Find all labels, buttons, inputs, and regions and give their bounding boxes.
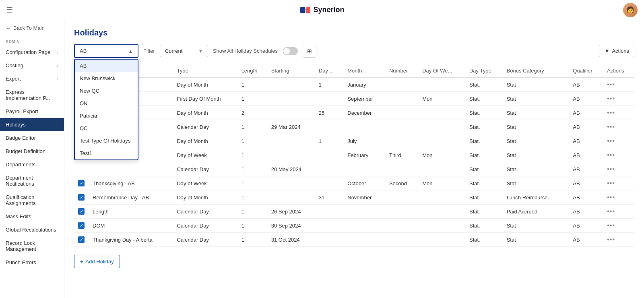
province-option-test-type[interactable]: Test Type Of Holidays xyxy=(75,135,138,147)
row-10-checkbox[interactable]: ✓ xyxy=(78,222,85,229)
row-2-day-of-week xyxy=(418,106,465,120)
row-11-actions[interactable]: ••• xyxy=(603,233,634,247)
province-option-on[interactable]: ON xyxy=(75,97,138,110)
row-9-length: 1 xyxy=(237,205,267,219)
row-0-actions[interactable]: ••• xyxy=(603,77,634,92)
sidebar-item-configuration[interactable]: Configuration Page› xyxy=(0,46,64,59)
hamburger-icon[interactable]: ☰ xyxy=(6,6,13,14)
row-4-actions[interactable]: ••• xyxy=(603,134,634,148)
sidebar-item-payroll-export[interactable]: Payroll Export xyxy=(0,105,64,118)
row-4-three-dots-icon[interactable]: ••• xyxy=(607,137,615,144)
col-header-5: Day ... xyxy=(315,64,343,77)
sidebar-item-budget-definition[interactable]: Budget Definition xyxy=(0,145,64,158)
row-6-day-type: Stat. xyxy=(465,162,503,176)
sidebar-item-dept-notifications[interactable]: Department Notifications xyxy=(0,171,64,190)
sidebar-item-costing[interactable]: Costing› xyxy=(0,59,64,72)
row-3-bonus-category: Stat xyxy=(503,120,569,134)
row-8-actions[interactable]: ••• xyxy=(603,190,634,205)
row-10-three-dots-icon[interactable]: ••• xyxy=(607,222,615,229)
province-option-new-qc[interactable]: New QC xyxy=(75,85,138,97)
col-header-2: Type xyxy=(173,64,237,77)
row-11-checkbox[interactable]: ✓ xyxy=(78,236,85,243)
row-7-checkbox[interactable]: ✓ xyxy=(78,180,85,186)
actions-button[interactable]: ▼ Actions xyxy=(599,45,634,57)
sidebar-item-wrapper-punch-errors: Punch Errors xyxy=(0,256,64,269)
row-0-three-dots-icon[interactable]: ••• xyxy=(607,81,615,88)
avatar[interactable]: 🧑 xyxy=(623,3,638,17)
row-1-actions[interactable]: ••• xyxy=(603,92,634,106)
province-option-test1[interactable]: Test1 xyxy=(75,147,138,159)
logo-text: Synerion xyxy=(313,6,344,14)
top-header: ☰ Synerion 🧑 xyxy=(0,0,644,20)
sidebar-label-express: Express Implementation P... xyxy=(6,89,58,101)
row-5-actions[interactable]: ••• xyxy=(603,148,634,162)
row-2-three-dots-icon[interactable]: ••• xyxy=(607,109,615,116)
table-row: ✓Remembrance Day - ABDay of Month131Nove… xyxy=(74,190,634,205)
sidebar-label-badge-editor: Badge Editor xyxy=(6,135,36,141)
table-row: Calendar Day129 Mar 2024Stat.StatAB••• xyxy=(74,120,634,134)
row-6-day-of-week xyxy=(418,162,465,176)
sidebar-item-holidays[interactable]: Holidays xyxy=(0,118,64,131)
row-11-checkbox-cell: ✓ xyxy=(74,233,89,247)
show-all-toggle[interactable] xyxy=(283,47,298,55)
sidebar-item-wrapper-mass-edits: Mass Edits xyxy=(0,210,64,223)
row-11-day xyxy=(315,233,343,247)
row-6-three-dots-icon[interactable]: ••• xyxy=(607,166,615,172)
row-9-three-dots-icon[interactable]: ••• xyxy=(607,208,615,215)
province-dropdown-wrapper: AB ▲ AB New Brunswick New QC ON Patricia… xyxy=(74,44,138,58)
row-7-name: Thanksgiving - AB xyxy=(89,176,173,190)
sidebar-item-punch-errors[interactable]: Punch Errors xyxy=(0,256,64,269)
sidebar-item-wrapper-departments: Departments xyxy=(0,158,64,171)
province-option-qc[interactable]: QC xyxy=(75,122,138,135)
row-0-length: 1 xyxy=(237,77,267,92)
row-1-three-dots-icon[interactable]: ••• xyxy=(607,95,615,102)
row-9-month xyxy=(343,205,385,219)
row-7-day-of-week: Mon xyxy=(418,176,465,190)
sidebar-item-wrapper-holidays: Holidays xyxy=(0,118,64,131)
sidebar-item-mass-edits[interactable]: Mass Edits xyxy=(0,210,64,223)
col-header-9: Day Type xyxy=(465,64,503,77)
row-5-month: February xyxy=(343,148,385,162)
row-7-bonus-category: Stat xyxy=(503,176,569,190)
row-9-checkbox[interactable]: ✓ xyxy=(78,208,85,215)
province-option-patricia[interactable]: Patricia xyxy=(75,110,138,122)
row-3-actions[interactable]: ••• xyxy=(603,120,634,134)
row-3-three-dots-icon[interactable]: ••• xyxy=(607,123,615,130)
row-9-starting: 26 Sep 2024 xyxy=(267,205,315,219)
row-8-day: 31 xyxy=(315,190,343,205)
sidebar-item-global-recalc[interactable]: Global Recalculations xyxy=(0,223,64,236)
col-header-3: Length xyxy=(237,64,267,77)
row-10-number xyxy=(385,219,418,233)
row-7-actions[interactable]: ••• xyxy=(603,176,634,190)
row-7-three-dots-icon[interactable]: ••• xyxy=(607,180,615,186)
sidebar-item-departments[interactable]: Departments xyxy=(0,158,64,171)
table-row: ✓Thankgiving Day - AlbertaCalendar Day13… xyxy=(74,233,634,247)
sidebar-item-record-lock[interactable]: Record Lock Management xyxy=(0,236,64,256)
sidebar-item-badge-editor[interactable]: Badge Editor xyxy=(0,131,64,145)
province-option-new-brunswick[interactable]: New Brunswick xyxy=(75,72,138,85)
row-8-checkbox[interactable]: ✓ xyxy=(78,194,85,201)
row-6-month xyxy=(343,162,385,176)
row-3-day-of-week xyxy=(418,120,465,134)
row-11-three-dots-icon[interactable]: ••• xyxy=(607,236,615,243)
row-5-three-dots-icon[interactable]: ••• xyxy=(607,151,615,158)
row-5-day-of-week: Mon xyxy=(418,148,465,162)
row-5-bonus-category: Stat xyxy=(503,148,569,162)
back-to-main[interactable]: ← Back To Main xyxy=(0,20,64,36)
sidebar-item-express[interactable]: Express Implementation P... xyxy=(0,85,64,105)
sidebar-item-export[interactable]: Export› xyxy=(0,72,64,85)
sidebar-label-mass-edits: Mass Edits xyxy=(6,213,31,219)
row-6-actions[interactable]: ••• xyxy=(603,162,634,176)
grid-view-button[interactable]: ⊞ xyxy=(303,45,316,58)
row-2-actions[interactable]: ••• xyxy=(603,106,634,120)
province-option-ab[interactable]: AB xyxy=(75,60,138,72)
row-9-actions[interactable]: ••• xyxy=(603,205,634,219)
province-dropdown[interactable]: AB ▲ xyxy=(74,44,138,58)
row-9-qualifier: AB xyxy=(569,205,603,219)
filter-current-dropdown[interactable]: Current ▼ xyxy=(160,45,208,57)
sidebar-item-qual-assignments[interactable]: Qualification Assignments xyxy=(0,190,64,210)
row-10-actions[interactable]: ••• xyxy=(603,219,634,233)
add-holiday-button[interactable]: + Add Holiday xyxy=(74,255,120,268)
row-8-three-dots-icon[interactable]: ••• xyxy=(607,194,615,201)
row-6-starting: 20 May 2024 xyxy=(267,162,315,176)
